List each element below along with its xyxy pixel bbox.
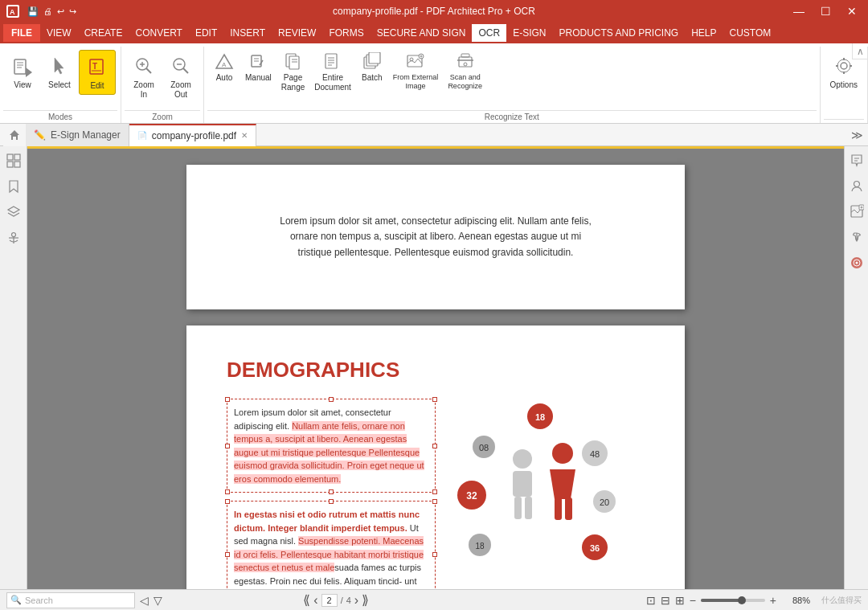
batch-button[interactable]: Batch [357, 50, 387, 85]
ribbon-collapse-button[interactable]: ∧ [852, 43, 868, 59]
page-range-label: PageRange [281, 73, 305, 92]
page-end-button[interactable]: ⟫ [362, 592, 369, 608]
resize-handle2-tm[interactable] [329, 499, 334, 504]
manual-button[interactable]: Manual [241, 50, 276, 85]
fit-width-button[interactable]: ⊟ [661, 594, 670, 607]
entire-document-icon [323, 52, 342, 72]
zoom-out-status[interactable]: − [690, 594, 696, 607]
svg-rect-34 [369, 52, 380, 63]
resize-handle2-ml[interactable] [225, 552, 230, 557]
menu-forms[interactable]: FORMS [322, 24, 370, 42]
svg-text:18: 18 [535, 412, 545, 422]
page-range-button[interactable]: PageRange [277, 50, 309, 95]
from-external-button[interactable]: From ExternalImage [389, 50, 443, 93]
menu-review[interactable]: REVIEW [272, 24, 322, 42]
edit-label: Edit [90, 81, 104, 91]
zoom-out-icon [168, 53, 194, 79]
svg-marker-7 [55, 58, 63, 74]
anchor-button[interactable] [2, 227, 25, 249]
resize-handle-tm[interactable] [329, 397, 334, 402]
menu-convert[interactable]: CONVERT [129, 24, 188, 42]
zoom-in-button[interactable]: ZoomIn [126, 50, 162, 103]
layers-button[interactable] [2, 201, 25, 223]
manual-icon [248, 52, 268, 72]
svg-line-14 [146, 68, 151, 73]
zoom-slider[interactable] [701, 599, 765, 602]
menu-custom[interactable]: CUSTOM [723, 24, 778, 42]
batch-label: Batch [362, 73, 383, 83]
resize-handle-bm[interactable] [329, 489, 334, 494]
svg-text:A: A [222, 61, 227, 68]
resize-handle2-mr[interactable] [432, 552, 437, 557]
view-button[interactable]: View [5, 50, 40, 93]
svg-rect-51 [7, 154, 13, 160]
text-box-1[interactable]: Lorem ipsum dolor sit amet, consectetur … [227, 399, 436, 493]
svg-point-45 [837, 59, 850, 72]
select-button[interactable]: Select [42, 50, 77, 93]
menu-help[interactable]: HELP [685, 24, 723, 42]
page-back-button[interactable]: ‹ [313, 593, 317, 608]
main-area: Lorem ipsum dolor sit amet, consectetur … [0, 146, 868, 589]
home-tab[interactable] [3, 124, 26, 146]
pdf-page-2: DEMOGRAPHICS [186, 325, 685, 589]
menu-products[interactable]: PRODUCTS AND PRICING [552, 24, 685, 42]
resize-handle-tr[interactable] [432, 397, 437, 402]
auto-button[interactable]: A Auto [209, 50, 240, 85]
tabs-expand-button[interactable]: ≫ [846, 129, 868, 141]
zoom-out-label: ZoomOut [170, 80, 191, 100]
zoom-in-status[interactable]: + [770, 594, 776, 607]
page-current[interactable]: 2 [321, 594, 338, 607]
options-label: Options [830, 80, 858, 90]
right-tool4[interactable] [846, 227, 867, 248]
bookmarks-button[interactable] [2, 175, 25, 198]
scan-recognize-button[interactable]: Scan andRecognize [444, 50, 486, 93]
thumbnails-button[interactable] [2, 149, 25, 172]
select-label: Select [48, 80, 71, 90]
menu-secure[interactable]: SECURE AND SIGN [371, 24, 473, 42]
resize-handle-mr[interactable] [432, 444, 437, 448]
actual-size-button[interactable]: ⊞ [675, 594, 685, 607]
resize-handle-br[interactable] [432, 489, 437, 494]
minimize-button[interactable]: — [788, 3, 809, 19]
close-button[interactable]: ✕ [842, 3, 862, 19]
menu-esign[interactable]: E-SIGN [506, 24, 552, 42]
menu-file[interactable]: FILE [3, 24, 40, 42]
menu-view[interactable]: VIEW [40, 24, 78, 42]
maximize-button[interactable]: ☐ [816, 3, 836, 19]
zoom-out-button[interactable]: ZoomOut [163, 50, 199, 103]
statusbar: 🔍 Search ◁ ▽ ⟪ ‹ 2 / 4 › ⟫ ⊡ ⊟ ⊞ − + 88%… [0, 589, 868, 610]
text-box-2[interactable]: In egestas nisi et odio rutrum et mattis… [227, 501, 436, 589]
nav-down-btn[interactable]: ▽ [154, 594, 162, 607]
titlebar: A 💾 🖨 ↩ ↪ company-profile.pdf - PDF Arch… [0, 0, 868, 23]
titlebar-controls[interactable]: — ☐ ✕ [788, 3, 862, 19]
page-next-button[interactable]: › [354, 593, 358, 608]
esign-manager-tab[interactable]: ✏️ E-Sign Manager [26, 124, 129, 146]
ribbon-group-zoom: ZoomIn ZoomOut Zoom [121, 47, 204, 123]
page-total: 4 [346, 596, 351, 605]
resize-handle-bl[interactable] [225, 489, 230, 494]
entire-document-label: EntireDocument [314, 73, 351, 92]
resize-handle2-tr[interactable] [432, 499, 437, 504]
right-tool1[interactable] [846, 149, 867, 170]
page-prev-button[interactable]: ⟪ [303, 592, 310, 608]
company-profile-tab[interactable]: 📄 company-profile.pdf ✕ [129, 124, 256, 146]
menu-edit[interactable]: EDIT [189, 24, 223, 42]
resize-handle2-tl[interactable] [225, 499, 230, 504]
menu-insert[interactable]: INSERT [223, 24, 272, 42]
resize-handle-tl[interactable] [225, 397, 230, 402]
document-viewer[interactable]: Lorem ipsum dolor sit amet, consectetur … [27, 146, 844, 589]
right-tool5[interactable] [846, 252, 867, 273]
right-tool3[interactable] [846, 201, 867, 222]
tab-close-button[interactable]: ✕ [241, 131, 248, 140]
zoom-thumb[interactable] [738, 596, 746, 604]
nav-prev-btn[interactable]: ◁ [140, 594, 149, 607]
edit-button[interactable]: T Edit [79, 50, 116, 95]
menu-ocr[interactable]: OCR [472, 24, 506, 42]
entire-document-button[interactable]: EntireDocument [310, 50, 355, 95]
search-box[interactable]: 🔍 Search [6, 592, 135, 608]
fit-page-button[interactable]: ⊡ [646, 594, 656, 607]
right-tool2[interactable] [846, 175, 867, 196]
menu-create[interactable]: CREATE [78, 24, 129, 42]
resize-handle-ml[interactable] [225, 444, 230, 448]
ribbon-group-recognize: A Auto Manual [204, 47, 821, 123]
